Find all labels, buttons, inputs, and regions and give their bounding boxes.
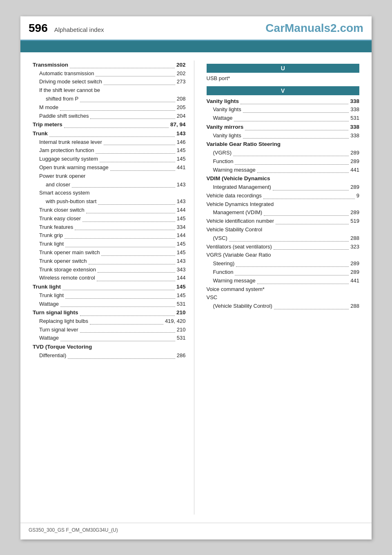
- v-entry-19: Steering)289: [207, 260, 360, 268]
- entry-page: 323: [350, 243, 359, 251]
- v-entry-4: Vanity lights338: [207, 132, 360, 140]
- v-entry-21: Warning message441: [207, 277, 360, 285]
- v-entry-6: (VGRS)289: [207, 149, 360, 157]
- entry-page: 289: [350, 208, 359, 217]
- entry-page: 145: [177, 248, 186, 257]
- v-entry-3: Vanity mirrors338: [207, 123, 360, 132]
- entry-dots: [70, 60, 175, 68]
- entry-dots: [60, 103, 175, 111]
- entry-label: VDIM (Vehicle Dynamics: [207, 174, 270, 183]
- left-entry-7: Trip meters87, 94: [33, 120, 186, 129]
- entry-dots: [80, 95, 175, 102]
- left-entry-9: Internal trunk release lever146: [33, 138, 186, 147]
- entry-label: Vehicle identification number: [207, 217, 274, 226]
- entry-dots: [65, 240, 175, 247]
- entry-dots: [49, 129, 175, 137]
- entry-page: 145: [176, 282, 186, 291]
- v-entry-5: Variable Gear Ratio Steering: [207, 140, 360, 149]
- left-entry-10: Jam protection function145: [33, 146, 186, 155]
- entry-label: Paddle shift switches: [39, 112, 89, 121]
- entry-label: (VSC): [213, 234, 227, 243]
- v-entry-8: Warning message441: [207, 166, 360, 175]
- entry-label: Integrated Management): [213, 183, 271, 192]
- entry-label: Management (VDIM): [213, 208, 263, 217]
- v-entry-9: VDIM (Vehicle Dynamics: [207, 174, 360, 183]
- entry-page: 143: [177, 257, 186, 266]
- left-entry-6: Paddle shift switches204: [33, 112, 186, 121]
- entry-label: Trunk closer switch: [39, 206, 85, 215]
- entry-page: 202: [177, 69, 186, 78]
- entry-dots: [264, 208, 349, 216]
- entry-label: Wattage: [213, 114, 233, 123]
- left-column: Transmission202Automatic transmission202…: [33, 60, 194, 515]
- entry-label: Warning message: [213, 277, 256, 285]
- entry-page: 145: [177, 240, 186, 248]
- entry-label: Automatic transmission: [39, 69, 94, 78]
- entry-dots: [62, 282, 175, 290]
- entry-dots: [97, 274, 175, 281]
- entry-label: USB port*: [207, 74, 230, 83]
- page-number: 596: [29, 22, 48, 35]
- entry-label: Trunk opener switch: [39, 257, 87, 266]
- entry-dots: [100, 155, 175, 162]
- entry-label: shifted from P: [46, 95, 78, 103]
- entry-dots: [68, 351, 175, 359]
- entry-dots: [263, 192, 355, 199]
- entry-dots: [274, 243, 349, 250]
- entry-page: 205: [177, 103, 186, 112]
- left-entry-33: TVD (Torque Vectoring: [33, 342, 186, 351]
- entry-label: Trunk grip: [39, 231, 63, 240]
- left-entry-24: Trunk storage extension343: [33, 266, 186, 274]
- entry-dots: [80, 326, 175, 333]
- entry-page: 531: [350, 114, 359, 123]
- entry-label: Wattage: [39, 300, 59, 309]
- entry-label: Trunk light: [39, 240, 64, 248]
- entry-page: 210: [177, 326, 186, 334]
- v-entry-23: VSC: [207, 293, 360, 302]
- entry-page: 334: [177, 223, 186, 232]
- entry-page: 87, 94: [170, 120, 186, 129]
- entry-dots: [96, 69, 175, 77]
- entry-label: Trunk light: [39, 291, 64, 300]
- entry-label: Steering): [213, 260, 235, 268]
- left-entry-12: Open trunk warning message441: [33, 163, 186, 172]
- left-entry-11: Luggage security system145: [33, 155, 186, 163]
- entry-label: Vehicle Stability Control: [207, 226, 263, 234]
- left-entry-26: Trunk light145: [33, 282, 186, 291]
- u-entry-0: USB port*: [207, 74, 360, 83]
- entry-page: 9: [356, 192, 359, 200]
- entry-label: VSC: [207, 293, 218, 302]
- entry-dots: [96, 146, 175, 154]
- entry-label: TVD (Torque Vectoring: [33, 342, 92, 351]
- entry-label: Vehicle Dynamics Integrated: [207, 200, 274, 209]
- v-entry-11: Vehicle data recordings9: [207, 192, 360, 200]
- entry-label: Replacing light bulbs: [39, 317, 88, 326]
- left-entry-0: Transmission202: [33, 60, 186, 69]
- left-entry-34: Differential)286: [33, 351, 186, 360]
- entry-page: 338: [350, 105, 359, 114]
- entry-page: 145: [177, 155, 186, 163]
- entry-page: 531: [177, 334, 186, 342]
- entry-dots: [276, 217, 349, 224]
- entry-label: Power trunk opener: [39, 172, 85, 181]
- entry-dots: [72, 181, 175, 188]
- entry-label: Ventilators (seat ventilators): [207, 243, 272, 251]
- left-entry-17: Trunk closer switch144: [33, 206, 186, 215]
- entry-label: and closer: [46, 181, 70, 189]
- left-entry-31: Turn signal lever210: [33, 326, 186, 334]
- entry-dots: [257, 166, 349, 173]
- entry-page: 289: [350, 268, 359, 277]
- entry-label: Trunk storage extension: [39, 266, 96, 274]
- entry-dots: [82, 215, 175, 222]
- entry-page: 202: [176, 60, 186, 69]
- entry-label: Trunk opener main switch: [39, 248, 100, 257]
- v-entry-0: Vanity lights338: [207, 97, 360, 106]
- entry-label: Vanity lights: [207, 97, 239, 106]
- v-entry-2: Wattage531: [207, 114, 360, 123]
- left-entry-30: Replacing light bulbs419, 420: [33, 317, 186, 326]
- entry-page: 531: [177, 300, 186, 309]
- v-entry-18: VGRS (Variable Gear Ratio: [207, 251, 360, 260]
- v-entry-17: Ventilators (seat ventilators)323: [207, 243, 360, 251]
- v-entry-10: Integrated Management)289: [207, 183, 360, 192]
- v-entry-15: Vehicle Stability Control: [207, 226, 360, 234]
